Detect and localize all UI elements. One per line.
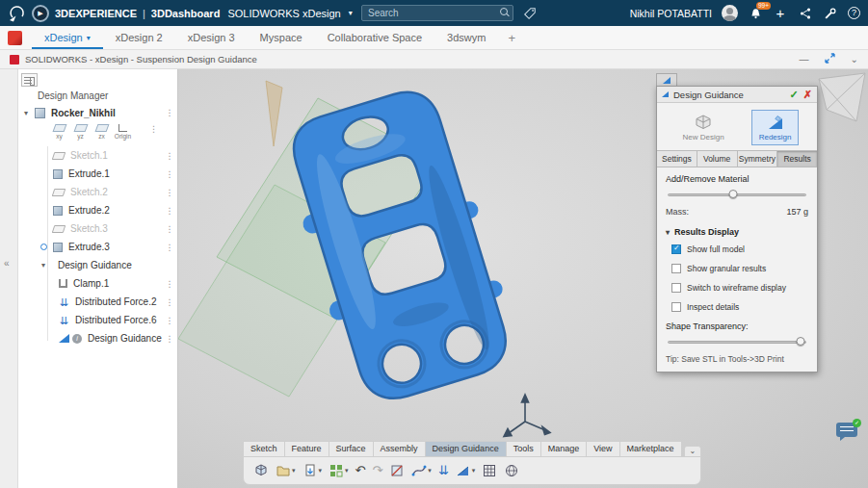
ribbon-tab-design-guidance[interactable]: Design Guidance <box>425 441 506 456</box>
tab-settings[interactable]: Settings <box>657 151 697 167</box>
spline-tool[interactable]: ▾ <box>410 462 433 479</box>
apps-tool[interactable]: ▾ <box>328 462 350 479</box>
tree-item-distributed-force-6[interactable]: ⇊ Distributed Force.6 ⋮ <box>18 311 177 329</box>
tab-3dswym[interactable]: 3dswym <box>434 26 498 49</box>
tab-xdesign-2[interactable]: xDesign 2 <box>103 26 175 49</box>
ribbon-tab-manage[interactable]: Manage <box>540 441 587 456</box>
tree-item-design-guidance[interactable]: ▾ Design Guidance <box>18 256 177 274</box>
close-button[interactable]: ✗ <box>803 89 812 101</box>
origin-item[interactable]: Origin <box>115 124 131 140</box>
tree-item-extrude-2[interactable]: Extrude.2 ⋮ <box>18 201 177 219</box>
tab-xdesign[interactable]: xDesign ▾ <box>32 26 103 49</box>
apply-button[interactable]: ✓ <box>790 89 799 101</box>
checkbox[interactable] <box>671 283 681 293</box>
collapse-panel-handle[interactable]: « <box>4 258 10 269</box>
tab-symmetry[interactable]: Symmetry <box>738 151 778 167</box>
item-menu-button[interactable]: ⋮ <box>162 334 177 344</box>
part-import-tool[interactable] <box>252 462 270 479</box>
evaluate-globe-tool[interactable] <box>503 462 520 479</box>
tab-results[interactable]: Results <box>777 151 817 167</box>
redesign-mode-button[interactable]: Redesign <box>751 110 800 145</box>
share-button[interactable] <box>798 5 813 22</box>
help-button[interactable]: ? <box>848 7 860 19</box>
tab-caret-icon[interactable]: ▾ <box>87 34 91 42</box>
item-menu-button[interactable]: ⋮ <box>162 108 177 117</box>
flyout-caret-icon[interactable]: ▾ <box>472 467 476 475</box>
add-content-button[interactable]: + <box>773 5 788 22</box>
item-menu-button[interactable]: ⋮ <box>149 124 158 134</box>
tab-collaborative-space[interactable]: Collaborative Space <box>315 26 434 49</box>
material-slider-thumb[interactable] <box>728 190 737 198</box>
user-name[interactable]: Nikhil POTABATTI <box>630 8 712 19</box>
collapse-window-button[interactable]: ⌄ <box>851 55 858 64</box>
section-view-tool[interactable] <box>388 462 406 479</box>
design-guidance-tool[interactable]: ▾ <box>455 462 477 479</box>
item-menu-button[interactable]: ⋮ <box>162 279 177 289</box>
item-menu-button[interactable]: ⋮ <box>162 224 177 234</box>
3ds-logo-icon[interactable] <box>8 5 26 22</box>
checkbox-switch-to-wireframe[interactable]: Switch to wireframe display <box>671 283 808 293</box>
section-expand-icon[interactable]: ▾ <box>666 228 670 237</box>
plane-zx[interactable]: zx <box>93 124 110 140</box>
tab-myspace[interactable]: Myspace <box>248 26 315 49</box>
export-tool[interactable]: ▾ <box>302 462 324 479</box>
notifications-button[interactable]: 99+ <box>748 5 763 22</box>
new-design-mode-button[interactable]: New Design <box>675 110 732 145</box>
ribbon-collapse-button[interactable]: ⌄ <box>684 446 702 456</box>
flyout-caret-icon[interactable]: ▾ <box>345 467 349 475</box>
minimize-button[interactable]: — <box>800 55 809 64</box>
tree-item-clamp-1[interactable]: Clamp.1 ⋮ <box>18 274 177 293</box>
checkbox-show-full-model[interactable]: Show full model <box>671 244 808 254</box>
ribbon-tab-tools[interactable]: Tools <box>506 441 540 456</box>
checkbox[interactable] <box>671 244 681 254</box>
tab-volume[interactable]: Volume <box>697 151 738 167</box>
ribbon-tab-surface[interactable]: Surface <box>329 441 373 456</box>
ribbon-tab-marketplace[interactable]: Marketplace <box>619 441 681 456</box>
tree-item-sketch-1[interactable]: Sketch.1 ⋮ <box>18 146 177 165</box>
flyout-caret-icon[interactable]: ▾ <box>428 467 432 475</box>
rollback-marker-icon[interactable] <box>40 244 47 250</box>
tree-item-distributed-force-2[interactable]: ⇊ Distributed Force.2 ⋮ <box>18 293 177 311</box>
search-icon[interactable] <box>500 8 510 17</box>
redo-button[interactable]: ↷ <box>371 462 383 479</box>
expand-button[interactable] <box>825 53 835 65</box>
item-menu-button[interactable]: ⋮ <box>162 206 177 216</box>
transparency-slider-thumb[interactable] <box>797 337 805 346</box>
expand-caret-icon[interactable]: ▾ <box>41 261 52 270</box>
item-menu-button[interactable]: ⋮ <box>162 188 177 197</box>
item-menu-button[interactable]: ⋮ <box>162 151 177 161</box>
tree-item-extrude-3[interactable]: Extrude.3 ⋮ <box>18 238 177 256</box>
search-input[interactable] <box>361 5 513 21</box>
app-switcher-caret-icon[interactable]: ▾ <box>349 9 353 17</box>
dialog-tab[interactable] <box>656 73 677 86</box>
ribbon-tab-view[interactable]: View <box>586 441 618 456</box>
tree-item-sketch-2[interactable]: Sketch.2 ⋮ <box>18 183 177 201</box>
checkbox-show-granular-results[interactable]: Show granular results <box>671 264 808 273</box>
expand-caret-icon[interactable]: ▾ <box>24 109 35 117</box>
undo-button[interactable]: ↶ <box>355 462 367 479</box>
ribbon-tab-assembly[interactable]: Assembly <box>373 441 425 456</box>
distributed-load-tool[interactable]: ⇊ <box>437 462 450 479</box>
messaging-button[interactable]: ✓ <box>836 419 861 442</box>
flyout-caret-icon[interactable]: ▾ <box>319 467 323 475</box>
item-menu-button[interactable]: ⋮ <box>162 316 177 325</box>
tree-display-options-button[interactable] <box>21 73 38 87</box>
tree-item-sketch-3[interactable]: Sketch.3 ⋮ <box>18 219 177 238</box>
flyout-caret-icon[interactable]: ▾ <box>292 467 296 475</box>
tree-item-design-guidance-result[interactable]: i Design Guidance ... ⋮ <box>18 329 177 347</box>
checkbox[interactable] <box>671 302 681 312</box>
avatar[interactable] <box>722 5 738 21</box>
tag-icon[interactable] <box>523 7 537 20</box>
pattern-grid-tool[interactable] <box>481 462 498 479</box>
plane-yz[interactable]: yz <box>72 124 89 140</box>
tools-wrench-icon[interactable] <box>823 5 838 22</box>
checkbox[interactable] <box>671 264 681 273</box>
material-slider[interactable] <box>668 190 806 199</box>
add-tab-button[interactable]: + <box>498 26 525 49</box>
item-menu-button[interactable]: ⋮ <box>162 243 177 252</box>
xdesign-app-icon[interactable]: ▶ <box>32 5 49 22</box>
tree-root-rocker[interactable]: ▾ Rocker_Nikhil ⋮ <box>18 104 177 121</box>
item-menu-button[interactable]: ⋮ <box>162 297 177 307</box>
open-tool[interactable]: ▾ <box>275 462 297 479</box>
checkbox-inspect-details[interactable]: Inspect details <box>671 302 808 312</box>
